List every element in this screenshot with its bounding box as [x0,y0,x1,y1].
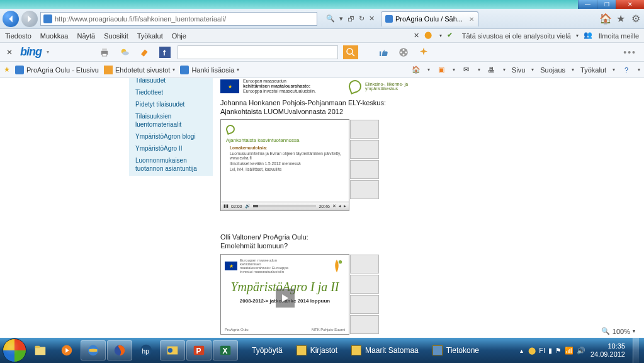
report-link[interactable]: Ilmoita meille [599,32,639,40]
dropdown-icon[interactable]: ▾ [633,328,635,334]
weather-icon[interactable] [117,45,132,60]
tray-volume-icon[interactable]: 🔊 [577,347,585,355]
favorites-star-icon[interactable]: ★ [615,13,626,25]
back-button[interactable] [3,11,19,27]
menu-favorites[interactable]: Suosikit [104,32,128,40]
start-button[interactable] [3,338,26,362]
sidebar-link[interactable]: Tilaisuudet [129,78,213,86]
thumb[interactable] [350,140,379,159]
window-close-button[interactable]: ✕ [616,0,644,9]
facebook-icon[interactable]: f [157,45,172,60]
tray-norton-icon[interactable]: ⬤ [528,347,536,355]
sidebar-link[interactable]: Luonnonmukaisen tuotannon asiantuntija [129,154,213,175]
highlight-icon[interactable] [137,45,152,60]
dropdown-icon[interactable]: ▾ [576,33,579,38]
sidebar-link[interactable]: Pidetyt tilaisuudet [129,98,213,110]
add-favorite-icon[interactable]: ★ [4,66,10,74]
video-player-1[interactable]: Ajankohtaista kasvintuotannossa Lomakemu… [220,119,349,211]
dropdown-icon[interactable]: ▾ [338,14,344,23]
thumb[interactable] [350,255,379,274]
sidebar-link[interactable]: Tiedotteet [129,86,213,98]
favbar-item-suggested[interactable]: Ehdotetut sivustot ▾ [104,66,175,74]
tray-lang[interactable]: FI [539,347,545,354]
tab-close-icon[interactable]: ✕ [469,16,474,23]
safety-menu[interactable]: Suojaus [540,66,565,74]
tray-network-icon[interactable]: 📶 [565,347,573,355]
thumb[interactable] [350,315,379,334]
thumb[interactable] [350,120,379,139]
taskbar-label-libraries[interactable]: Kirjastot [290,340,344,360]
tools-gear-icon[interactable]: ⚙ [630,13,641,25]
taskbar-firefox-icon[interactable] [107,340,132,360]
play-button-icon[interactable] [276,289,295,308]
sidebar-link[interactable]: YmpäristöAgro II [129,142,213,154]
thumbs-up-icon[interactable] [376,45,391,60]
dropdown-icon[interactable]: ▾ [613,67,615,72]
window-maximize-button[interactable]: ❐ [597,0,616,9]
sidebar-link[interactable]: Tilaisuuksien luentomateriaalit [129,110,213,130]
menu-view[interactable]: Näytä [77,32,95,40]
menu-file[interactable]: Tiedosto [5,32,31,40]
print-icon[interactable] [97,45,112,60]
taskbar-ie-icon[interactable] [81,340,106,360]
thumb[interactable] [350,275,379,294]
tray-action-center-icon[interactable]: ⚑ [555,347,562,355]
bing-logo[interactable]: bing [20,45,42,59]
taskbar-filemanager-icon[interactable] [28,340,53,360]
tools-menu[interactable]: Työkalut [580,66,606,74]
dropdown-icon[interactable]: ▾ [427,67,430,72]
dropdown-icon[interactable]: ▾ [47,49,49,55]
help-icon[interactable]: ? [621,65,631,75]
favbar-item-addons[interactable]: Hanki lisäosia ▾ [180,66,239,74]
menu-edit[interactable]: Muokkaa [40,32,69,40]
bing-search-button[interactable] [343,45,358,59]
dropdown-icon[interactable]: ▾ [478,67,480,72]
menu-help[interactable]: Ohje [172,32,186,40]
taskbar-hp-icon[interactable]: hp [133,340,159,360]
pause-icon[interactable]: ▮▮ [223,204,229,209]
taskbar-clock[interactable]: 10:35 24.09.2012 [590,342,625,359]
refresh-icon[interactable]: ↻ [358,14,366,23]
sidebar-link[interactable]: YmpäristöAgron blogi [129,130,213,142]
zoom-indicator[interactable]: 🔍 100% ▾ [601,327,635,335]
next-icon[interactable]: ▸ [344,204,346,209]
thumb[interactable] [350,180,379,199]
movies-icon[interactable] [396,45,411,60]
window-minimize-button[interactable]: — [578,0,597,9]
show-desktop-button[interactable] [633,338,639,363]
home-icon[interactable]: 🏠 [411,65,421,75]
favbar-item-proagria[interactable]: ProAgria Oulu - Etusivu [15,66,99,74]
dropdown-icon[interactable]: ▾ [439,33,442,38]
bing-search-input[interactable] [178,45,338,59]
tray-arrow-icon[interactable]: ▴ [520,347,523,354]
dropdown-icon[interactable]: ▾ [503,67,506,72]
dropdown-icon[interactable]: ▾ [572,67,574,72]
dropdown-icon[interactable]: ▾ [638,67,640,72]
prev-icon[interactable]: ◂ [339,204,341,209]
progress-bar[interactable] [253,205,317,207]
page-menu[interactable]: Sivu [512,66,525,74]
taskbar-label-desktop[interactable]: Työpöytä [246,340,289,360]
thumb[interactable] [350,160,379,179]
taskbar-label-computer[interactable]: Tietokone [426,340,485,360]
close-icon[interactable]: ✕ [414,32,419,40]
sparkle-icon[interactable] [416,45,431,60]
stop-icon[interactable]: ✕ [368,14,376,23]
taskbar-excel-icon[interactable]: X [213,340,238,360]
mail-icon[interactable]: ✉ [461,65,472,75]
address-bar[interactable]: http://www.proagriaoulu.fi/fi/sahkoinen_… [40,12,317,26]
thumb[interactable] [350,295,379,314]
dropdown-icon[interactable]: ▾ [531,67,534,72]
taskbar-label-user[interactable]: Maarit Satomaa [345,340,425,360]
toolbar-close-icon[interactable]: ✕ [4,48,15,57]
compat-icon[interactable]: 🗗 [346,15,356,23]
video-player-2[interactable]: Euroopan maaseudun kehittämisen maatalou… [220,254,349,335]
taskbar-outlook-icon[interactable] [160,340,185,360]
taskbar-mediaplayer-icon[interactable] [54,340,79,360]
search-icon[interactable]: 🔍 [325,14,336,23]
print-icon[interactable]: 🖶 [487,65,497,75]
forward-button[interactable] [21,11,38,27]
tray-flag-icon[interactable]: ▮ [548,347,552,355]
dropdown-icon[interactable]: ▾ [453,67,455,72]
browser-tab[interactable]: ProAgria Oulu / Säh... ✕ [381,11,478,26]
